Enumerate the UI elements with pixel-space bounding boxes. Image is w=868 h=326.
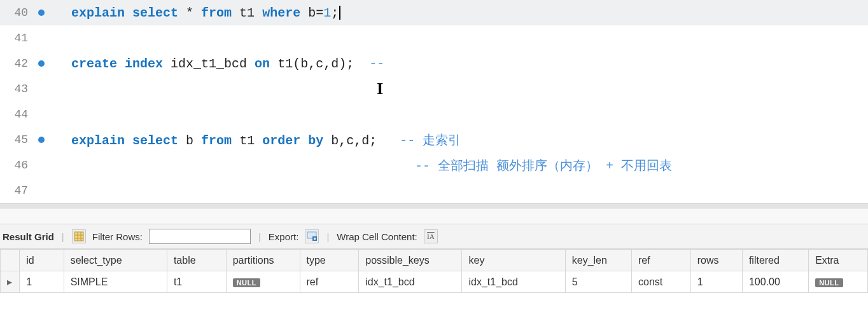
editor-line[interactable]: 44 <box>0 102 868 127</box>
line-number: 41 <box>0 32 32 44</box>
wrap-cell-label: Wrap Cell Content: <box>337 231 417 242</box>
table-cell[interactable]: idx_t1_bcd <box>462 271 565 293</box>
code-text[interactable]: explain select b from t1 order by b,c,d;… <box>51 132 461 149</box>
column-header[interactable]: type <box>300 250 359 271</box>
wrap-cell-icon[interactable]: IA <box>424 229 438 243</box>
editor-line[interactable]: 43I <box>0 76 868 102</box>
column-header[interactable]: table <box>167 250 226 271</box>
row-marker: ▸ <box>1 271 20 293</box>
column-header[interactable]: possible_keys <box>359 250 462 271</box>
result-grid-label: Result Grid <box>3 231 54 242</box>
spacer <box>0 208 868 224</box>
line-number: 47 <box>0 184 32 197</box>
statement-marker <box>32 60 51 67</box>
editor-line[interactable]: 41 <box>0 25 868 51</box>
result-grid-table[interactable]: idselect_typetablepartitionstypepossible… <box>0 249 868 293</box>
code-text[interactable]: I <box>51 79 383 98</box>
line-number: 43 <box>0 83 32 95</box>
result-toolbar: Result Grid | Filter Rows: | Export: | W… <box>0 224 868 249</box>
column-header[interactable]: select_type <box>64 250 167 271</box>
column-header[interactable]: filtered <box>742 250 808 271</box>
table-cell[interactable]: 100.00 <box>742 271 808 293</box>
table-cell[interactable]: const <box>632 271 691 293</box>
table-cell[interactable]: NULL <box>226 271 300 293</box>
row-header-blank <box>1 250 20 271</box>
table-cell[interactable]: 1 <box>20 271 64 293</box>
svg-rect-7 <box>314 238 316 240</box>
table-cell[interactable]: 5 <box>565 271 631 293</box>
table-cell[interactable]: NULL <box>809 271 868 293</box>
table-cell[interactable]: SIMPLE <box>64 271 167 293</box>
svg-text:IA: IA <box>427 233 435 240</box>
filter-rows-label: Filter Rows: <box>92 231 143 242</box>
null-badge: NULL <box>233 278 260 287</box>
svg-rect-0 <box>74 232 83 241</box>
line-number: 46 <box>0 159 32 172</box>
code-text[interactable]: -- 全部扫描 额外排序（内存） + 不用回表 <box>51 157 672 174</box>
grid-view-icon[interactable] <box>72 229 86 243</box>
export-label: Export: <box>269 231 299 242</box>
line-number: 42 <box>0 57 32 70</box>
sql-editor[interactable]: 40explain select * from t1 where b=1;414… <box>0 0 868 203</box>
ibeam-cursor-icon: I <box>377 79 383 98</box>
column-header[interactable]: key <box>462 250 565 271</box>
code-text[interactable]: explain select * from t1 where b=1; <box>51 6 340 20</box>
line-number: 44 <box>0 108 32 121</box>
editor-line[interactable]: 42create index idx_t1_bcd on t1(b,c,d); … <box>0 51 868 76</box>
table-cell[interactable]: t1 <box>167 271 226 293</box>
column-header[interactable]: id <box>20 250 64 271</box>
filter-rows-input[interactable] <box>149 229 251 244</box>
column-header[interactable]: partitions <box>226 250 300 271</box>
editor-line[interactable]: 45explain select b from t1 order by b,c,… <box>0 127 868 153</box>
code-text[interactable]: create index idx_t1_bcd on t1(b,c,d); -- <box>51 57 384 71</box>
line-number: 45 <box>0 133 32 146</box>
table-cell[interactable]: idx_t1_bcd <box>359 271 462 293</box>
table-cell[interactable]: ref <box>300 271 359 293</box>
table-row[interactable]: ▸1SIMPLEt1NULLrefidx_t1_bcdidx_t1_bcd5co… <box>1 271 868 293</box>
table-header-row: idselect_typetablepartitionstypepossible… <box>1 250 868 271</box>
column-header[interactable]: Extra <box>809 250 868 271</box>
export-icon[interactable] <box>305 229 319 243</box>
column-header[interactable]: rows <box>690 250 742 271</box>
column-header[interactable]: key_len <box>565 250 631 271</box>
column-header[interactable]: ref <box>632 250 691 271</box>
statement-marker <box>32 137 51 143</box>
table-cell[interactable]: 1 <box>690 271 742 293</box>
panel-divider[interactable] <box>0 203 868 208</box>
null-badge: NULL <box>815 278 843 287</box>
text-caret <box>339 6 340 20</box>
editor-line[interactable]: 46 -- 全部扫描 额外排序（内存） + 不用回表 <box>0 153 868 178</box>
line-number: 40 <box>0 6 32 19</box>
editor-line[interactable]: 40explain select * from t1 where b=1; <box>0 0 868 25</box>
editor-line[interactable]: 47 <box>0 178 868 203</box>
statement-marker <box>32 10 51 16</box>
